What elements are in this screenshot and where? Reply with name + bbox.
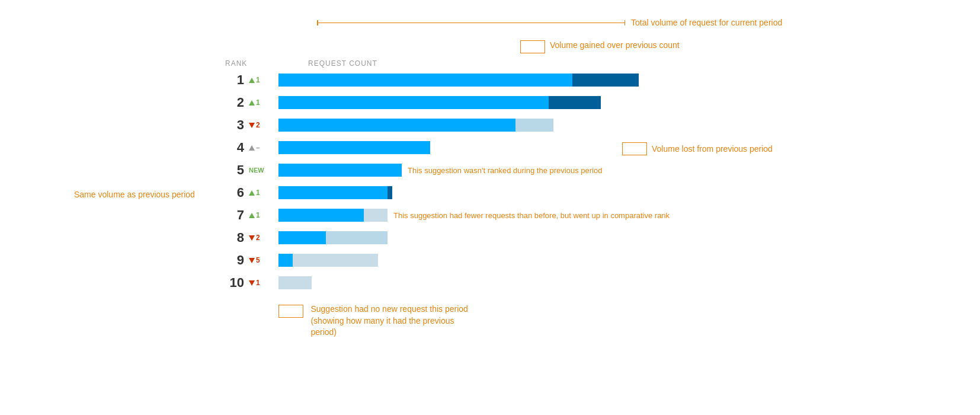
up-arrow-icon [249,78,255,83]
table-row: 32 [225,116,936,134]
bar-lost [515,119,553,132]
bar-main [278,119,515,132]
rank-cell: 4 [225,140,249,155]
total-volume-line [317,23,625,23]
bar-main [278,231,326,244]
table-row: 4 – [225,139,936,157]
no-rank-label: This suggestion wasn't ranked during the… [408,166,602,175]
rank-cell: 7 [225,208,249,223]
bar-main [278,209,364,222]
bar-nodata [278,276,312,289]
same-volume-label: Same volume as previous period [74,190,195,199]
badge-value: 1 [256,76,260,84]
rank-badge: 1 [249,211,278,219]
rank-badge: 1 [249,76,278,84]
total-volume-label: Total volume of request for current peri… [631,18,782,27]
volume-lost-legend: Volume lost from previous period [622,142,773,155]
rank-badge: – [249,143,278,152]
table-row: 95 [225,251,936,269]
count-header: REQUEST COUNT [308,59,377,68]
same-icon [249,145,255,151]
bar-main [278,186,387,199]
bar-ghost [293,254,378,267]
table-headers: RANK REQUEST COUNT [225,59,936,68]
rank-badge: 2 [249,234,278,242]
badge-value: 1 [256,189,260,197]
table-row: 21 [225,94,936,111]
no-new-request-label: Suggestion had no new request this perio… [310,304,476,339]
rank-badge: 1 [249,98,278,107]
bar-cell [278,186,936,199]
volume-lost-box [622,142,647,155]
bar-lost [326,231,387,244]
bar-gained [387,186,392,199]
rank-cell: 1 [225,72,249,88]
rank-cell: 8 [225,230,249,245]
bar-cell [278,141,936,154]
volume-lost-label: Volume lost from previous period [652,144,773,154]
badge-value: 1 [256,98,260,107]
table-row: 71This suggestion had fewer requests tha… [225,206,936,224]
bar-main [278,74,572,87]
bar-main [278,96,549,109]
rank-badge: 5 [249,256,278,264]
no-new-request-box [278,305,303,318]
table-row: 101 [225,274,936,292]
up-arrow-icon [249,213,255,218]
chart-container: Total volume of request for current peri… [225,18,936,339]
up-arrow-icon [249,100,255,106]
badge-value: 2 [256,234,260,242]
bar-cell [278,119,936,132]
down-arrow-icon [249,280,255,286]
table-row: 11 [225,71,936,89]
rank-badge: 1 [249,279,278,287]
rank-cell: 6 [225,185,249,200]
badge-value: 2 [256,121,260,129]
volume-gained-label: Volume gained over previous count [550,40,680,50]
rank-cell: 2 [225,95,249,110]
rank-cell: 9 [225,253,249,268]
bar-cell [278,254,936,267]
table-row: 61 [225,184,936,202]
table-row: 5NEWThis suggestion wasn't ranked during… [225,161,936,179]
down-arrow-icon [249,258,255,263]
rows-area: 1121324 –5NEWThis suggestion wasn't rank… [225,71,936,292]
rank-cell: 5 [225,162,249,178]
legend-bottom: Suggestion had no new request this perio… [278,304,936,339]
bar-main [278,164,402,177]
table-row: 82 [225,229,936,247]
rank-header: RANK [225,59,273,68]
rank-cell: 10 [225,275,249,290]
bar-cell [278,96,936,109]
badge-value: 1 [256,211,260,219]
rank-badge: 1 [249,189,278,197]
badge-new-label: NEW [249,167,264,174]
down-arrow-icon [249,123,255,128]
rank-badge: NEW [249,167,278,174]
bar-cell [278,231,936,244]
legend-top: Total volume of request for current peri… [225,18,936,53]
volume-gained-box [520,40,545,53]
bar-cell: This suggestion had fewer requests than … [278,209,936,222]
fewer-requests-label: This suggestion had fewer requests than … [393,211,670,220]
bar-cell [278,276,936,289]
bar-main [278,141,430,154]
bar-main [278,254,293,267]
rank-cell: 3 [225,117,249,133]
rank-badge: 2 [249,121,278,129]
down-arrow-icon [249,235,255,241]
bar-cell: This suggestion wasn't ranked during the… [278,164,936,177]
bar-ghost [364,209,387,222]
badge-value: – [256,143,260,152]
bar-gained [549,96,601,109]
up-arrow-icon [249,190,255,196]
badge-value: 5 [256,256,260,264]
badge-value: 1 [256,279,260,287]
bar-cell [278,74,936,87]
bar-gained [572,74,639,87]
